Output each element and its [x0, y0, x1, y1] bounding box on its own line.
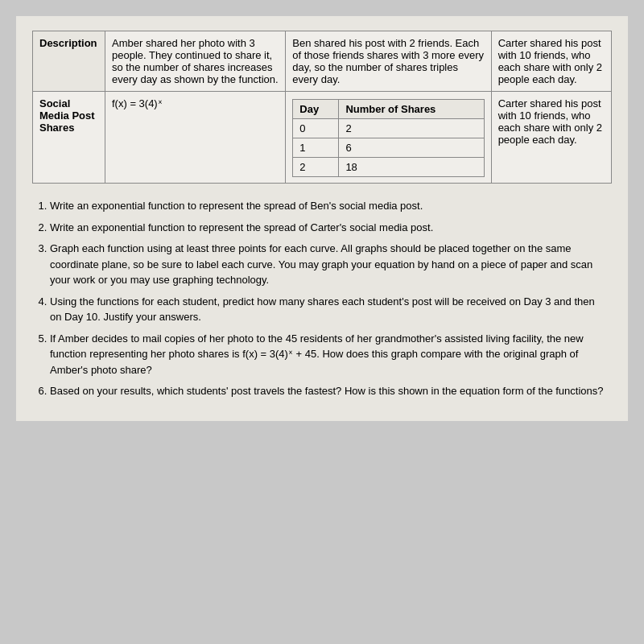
ben-shares-cell: 6 — [339, 138, 484, 158]
questions-section: Write an exponential function to represe… — [32, 198, 612, 399]
main-table: Description Amber shared her photo with … — [32, 31, 612, 184]
ben-day-cell: 0 — [293, 119, 339, 138]
ben-table-row: 16 — [293, 138, 484, 158]
ben-shares-cell: 18 — [339, 158, 484, 177]
ben-col-day: Day — [293, 100, 339, 119]
question-item-3: Graph each function using at least three… — [50, 241, 609, 288]
ben-table-header-row: Day Number of Shares — [293, 100, 484, 119]
ben-table-row: 02 — [293, 119, 484, 138]
question-item-2: Write an exponential function to represe… — [50, 220, 609, 236]
shares-row: Social Media Post Shares f(x) = 3(4)ˣ Da… — [33, 92, 612, 184]
carter-shares-description: Carter shared his post with 10 friends, … — [491, 92, 611, 184]
page-container: Description Amber shared her photo with … — [16, 16, 628, 421]
ben-data-table: Day Number of Shares 0216218 — [292, 99, 484, 177]
carter-description-top: Carter shared his post with 10 friends, … — [491, 31, 611, 92]
ben-day-cell: 1 — [293, 138, 339, 158]
description-header: Description — [33, 31, 105, 92]
question-item-5: If Amber decides to mail copies of her p… — [50, 331, 609, 378]
ben-table-row: 218 — [293, 158, 484, 177]
amber-description: Amber shared her photo with 3 people. Th… — [105, 31, 286, 92]
question-item-4: Using the functions for each student, pr… — [50, 294, 609, 325]
questions-list: Write an exponential function to represe… — [35, 198, 609, 399]
amber-function: f(x) = 3(4)ˣ — [105, 92, 286, 184]
amber-function-text: f(x) = 3(4)ˣ — [112, 97, 163, 109]
question-item-6: Based on your results, which students' p… — [50, 383, 609, 399]
ben-day-cell: 2 — [293, 158, 339, 177]
shares-label: Social Media Post Shares — [33, 92, 105, 184]
ben-table-cell: Day Number of Shares 0216218 — [286, 92, 491, 184]
ben-shares-cell: 2 — [339, 119, 484, 138]
ben-col-shares: Number of Shares — [339, 100, 484, 119]
ben-description: Ben shared his post with 2 friends. Each… — [286, 31, 491, 92]
description-row: Description Amber shared her photo with … — [33, 31, 612, 92]
question-item-1: Write an exponential function to represe… — [50, 198, 609, 214]
